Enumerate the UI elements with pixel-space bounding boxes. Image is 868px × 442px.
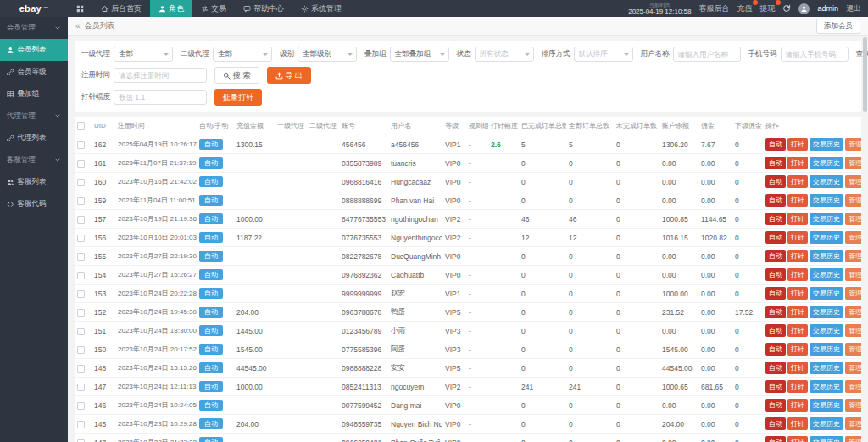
nav-item-help-center[interactable]: 帮助中心 bbox=[235, 0, 292, 17]
auto-mode-badge[interactable]: 自动 bbox=[199, 213, 223, 224]
batch-inject-button[interactable]: 批量打针 bbox=[214, 89, 262, 106]
action-trade-history-button[interactable]: 交易历史 bbox=[810, 268, 843, 281]
sort-select[interactable]: 默认排序 bbox=[574, 47, 633, 62]
action-auto-button[interactable]: 自动 bbox=[765, 268, 786, 281]
select-all-checkbox[interactable] bbox=[77, 122, 85, 130]
action-inject-button[interactable]: 打针 bbox=[787, 231, 808, 244]
action-manage-button[interactable]: 管理 bbox=[845, 157, 861, 169]
auto-mode-badge[interactable]: 自动 bbox=[199, 157, 223, 169]
action-auto-button[interactable]: 自动 bbox=[765, 380, 786, 393]
sidebar-item-member-level[interactable]: 会员等级 bbox=[0, 61, 68, 83]
action-manage-button[interactable]: 管理 bbox=[845, 399, 861, 412]
action-trade-history-button[interactable]: 交易历史 bbox=[810, 194, 843, 207]
action-trade-history-button[interactable]: 交易历史 bbox=[810, 417, 843, 430]
auto-mode-badge[interactable]: 自动 bbox=[199, 437, 223, 442]
action-trade-history-button[interactable]: 交易历史 bbox=[810, 380, 843, 393]
nav-item-system[interactable]: 系统管理 bbox=[292, 0, 350, 17]
action-manage-button[interactable]: 管理 bbox=[845, 436, 861, 442]
action-trade-history-button[interactable]: 交易历史 bbox=[810, 343, 843, 356]
action-manage-button[interactable]: 管理 bbox=[845, 380, 861, 393]
row-checkbox[interactable] bbox=[77, 160, 85, 168]
auto-mode-badge[interactable]: 自动 bbox=[199, 195, 223, 206]
action-manage-button[interactable]: 管理 bbox=[845, 194, 861, 207]
action-manage-button[interactable]: 管理 bbox=[845, 231, 861, 244]
auto-mode-badge[interactable]: 自动 bbox=[199, 325, 223, 336]
status-select[interactable]: 所有状态 bbox=[475, 47, 534, 62]
action-auto-button[interactable]: 自动 bbox=[765, 175, 786, 188]
row-checkbox[interactable] bbox=[77, 290, 85, 298]
action-manage-button[interactable]: 管理 bbox=[845, 417, 861, 430]
action-trade-history-button[interactable]: 交易历史 bbox=[810, 250, 843, 262]
action-auto-button[interactable]: 自动 bbox=[765, 343, 786, 356]
action-inject-button[interactable]: 打针 bbox=[787, 417, 808, 430]
level-select[interactable]: 全部级别 bbox=[298, 47, 357, 62]
sidebar-group-agent-mgmt[interactable]: 代理管理 bbox=[0, 105, 68, 127]
sidebar-item-service-list[interactable]: 客服列表 bbox=[0, 171, 68, 193]
auto-mode-badge[interactable]: 自动 bbox=[199, 344, 223, 355]
action-trade-history-button[interactable]: 交易历史 bbox=[810, 287, 843, 300]
action-trade-history-button[interactable]: 交易历史 bbox=[810, 138, 843, 151]
nav-item-roles[interactable]: 角色 bbox=[150, 0, 192, 17]
action-auto-button[interactable]: 自动 bbox=[765, 231, 786, 244]
action-manage-button[interactable]: 管理 bbox=[845, 287, 861, 300]
sidebar-group-service-mgmt[interactable]: 客服管理 bbox=[0, 149, 68, 171]
logout-link[interactable]: 退出 bbox=[846, 3, 861, 14]
row-checkbox[interactable] bbox=[77, 439, 85, 442]
row-checkbox[interactable] bbox=[77, 421, 85, 428]
action-trade-history-button[interactable]: 交易历史 bbox=[810, 324, 843, 337]
action-manage-button[interactable]: 管理 bbox=[845, 362, 861, 374]
row-checkbox[interactable] bbox=[77, 346, 85, 354]
action-manage-button[interactable]: 管理 bbox=[845, 343, 861, 356]
action-auto-button[interactable]: 自动 bbox=[765, 362, 786, 374]
action-inject-button[interactable]: 打针 bbox=[787, 175, 808, 188]
sidebar-item-service-code[interactable]: 客服代码 bbox=[0, 193, 68, 215]
stack-group-select[interactable]: 全部叠加组 bbox=[390, 47, 449, 62]
action-inject-button[interactable]: 打针 bbox=[787, 436, 808, 442]
agent1-select[interactable]: 全部 bbox=[114, 47, 173, 62]
phone-input[interactable] bbox=[781, 47, 849, 62]
action-inject-button[interactable]: 打针 bbox=[787, 157, 808, 169]
action-inject-button[interactable]: 打针 bbox=[787, 194, 808, 207]
row-checkbox[interactable] bbox=[77, 328, 85, 335]
action-manage-button[interactable]: 管理 bbox=[845, 250, 861, 262]
action-auto-button[interactable]: 自动 bbox=[765, 399, 786, 412]
sidebar-item-member-list[interactable]: 会员列表 bbox=[0, 39, 68, 61]
sidebar-group-member-mgmt[interactable]: 会员管理 bbox=[0, 17, 68, 39]
auto-mode-badge[interactable]: 自动 bbox=[199, 418, 223, 429]
nav-item-dashboard[interactable]: 后台首页 bbox=[92, 0, 150, 17]
collapse-icon[interactable]: « bbox=[75, 21, 81, 30]
service-backend-link[interactable]: 客服后台 bbox=[698, 3, 729, 14]
action-manage-button[interactable]: 管理 bbox=[845, 138, 861, 151]
action-manage-button[interactable]: 管理 bbox=[845, 324, 861, 337]
amp-input[interactable] bbox=[114, 90, 207, 105]
search-button[interactable]: 搜 索 bbox=[214, 67, 259, 84]
vertical-scrollbar[interactable] bbox=[862, 36, 867, 440]
action-auto-button[interactable]: 自动 bbox=[765, 213, 786, 225]
auto-mode-badge[interactable]: 自动 bbox=[199, 362, 223, 373]
export-button[interactable]: 导 出 bbox=[267, 67, 312, 84]
row-checkbox[interactable] bbox=[77, 253, 85, 261]
add-member-button[interactable]: 添加会员 bbox=[816, 19, 860, 34]
refresh-icon[interactable] bbox=[782, 4, 791, 13]
nav-item-apps[interactable] bbox=[68, 0, 92, 17]
action-auto-button[interactable]: 自动 bbox=[765, 157, 786, 169]
action-inject-button[interactable]: 打针 bbox=[787, 306, 808, 318]
auto-mode-badge[interactable]: 自动 bbox=[199, 400, 223, 411]
action-trade-history-button[interactable]: 交易历史 bbox=[810, 362, 843, 374]
action-manage-button[interactable]: 管理 bbox=[845, 306, 861, 318]
auto-mode-badge[interactable]: 自动 bbox=[199, 139, 223, 150]
row-checkbox[interactable] bbox=[77, 235, 85, 242]
action-manage-button[interactable]: 管理 bbox=[845, 268, 861, 281]
row-checkbox[interactable] bbox=[77, 141, 85, 149]
action-trade-history-button[interactable]: 交易历史 bbox=[810, 157, 843, 169]
username-input[interactable] bbox=[673, 47, 741, 62]
agent2-select[interactable]: 全部 bbox=[213, 47, 272, 62]
action-inject-button[interactable]: 打针 bbox=[787, 268, 808, 281]
action-trade-history-button[interactable]: 交易历史 bbox=[810, 399, 843, 412]
scrollbar-thumb[interactable] bbox=[863, 37, 867, 112]
action-auto-button[interactable]: 自动 bbox=[765, 250, 786, 262]
row-checkbox[interactable] bbox=[77, 365, 85, 373]
action-inject-button[interactable]: 打针 bbox=[787, 380, 808, 393]
row-checkbox[interactable] bbox=[77, 384, 85, 391]
row-checkbox[interactable] bbox=[77, 309, 85, 317]
